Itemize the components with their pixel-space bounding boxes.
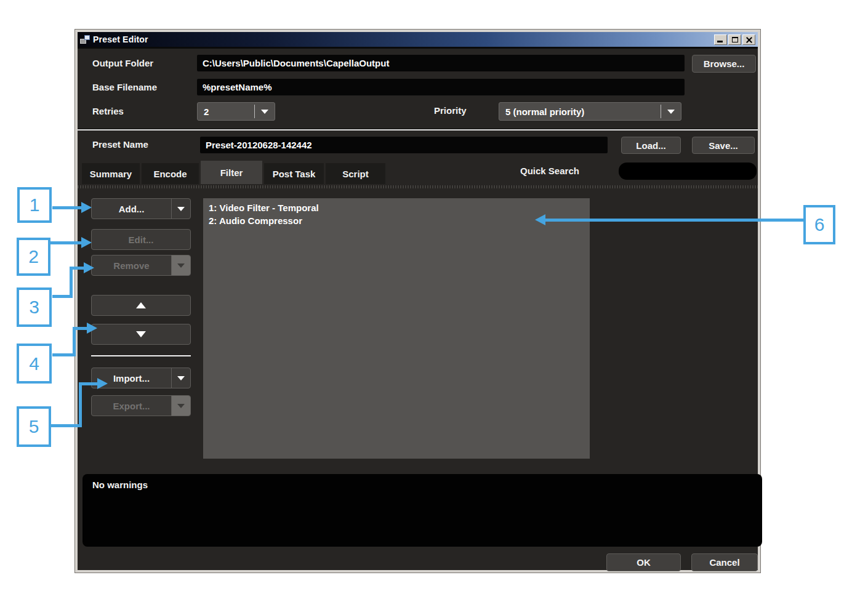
retries-value: 2 — [198, 103, 254, 120]
tab-script[interactable]: Script — [326, 163, 385, 184]
callout-box-4: 4 — [17, 344, 52, 384]
callout-3-arrow — [70, 267, 73, 298]
export-button[interactable]: Export... — [92, 396, 171, 416]
remove-split-button[interactable]: Remove — [91, 255, 191, 276]
retries-dropdown[interactable]: 2 — [197, 102, 275, 121]
window-controls — [714, 34, 755, 45]
save-button[interactable]: Save... — [692, 137, 755, 154]
load-button[interactable]: Load... — [621, 137, 681, 154]
callout-box-6: 6 — [803, 205, 835, 244]
tab-post-task[interactable]: Post Task — [264, 163, 324, 184]
dotted-separator — [78, 185, 758, 188]
retries-dropdown-arrow[interactable] — [255, 103, 275, 120]
callout-box-3: 3 — [17, 287, 52, 327]
chevron-down-icon — [177, 207, 185, 211]
base-filename-label: Base Filename — [92, 82, 157, 92]
close-button[interactable] — [742, 34, 755, 45]
ok-button[interactable]: OK — [606, 553, 681, 571]
callout-box-2: 2 — [17, 238, 50, 276]
window-title: Preset Editor — [93, 34, 148, 44]
base-filename-input[interactable]: %presetName% — [197, 79, 685, 95]
callout-5-arrow — [79, 382, 82, 427]
retries-label: Retries — [92, 106, 124, 116]
tab-encode[interactable]: Encode — [142, 163, 199, 184]
callout-5-arrow — [82, 382, 97, 385]
remove-dropdown-arrow[interactable] — [172, 255, 190, 275]
move-down-button[interactable] — [91, 324, 191, 345]
chevron-down-icon — [261, 110, 268, 114]
add-split-button[interactable]: Add... — [91, 198, 191, 219]
screenshot-canvas: Preset Editor Output Folder C:\Users\Pub… — [0, 0, 868, 607]
output-folder-label: Output Folder — [92, 58, 153, 68]
maximize-icon — [732, 37, 738, 42]
preset-name-input[interactable]: Preset-20120628-142442 — [200, 137, 608, 153]
maximize-button[interactable] — [728, 34, 741, 45]
preset-name-label: Preset Name — [92, 139, 148, 150]
callout-box-5: 5 — [17, 406, 51, 447]
callout-6-arrow — [545, 219, 803, 222]
tab-bar: Summary Encode Filter Post Task Script — [82, 163, 385, 184]
list-item[interactable]: 2: Audio Compressor — [209, 214, 584, 227]
callout-1-arrowhead-icon — [81, 202, 92, 213]
button-column-divider — [91, 355, 191, 356]
chevron-down-icon — [177, 263, 185, 268]
callout-3-arrow — [73, 267, 84, 270]
quick-search-label: Quick Search — [520, 166, 579, 176]
browse-button[interactable]: Browse... — [692, 55, 756, 73]
callout-4-arrowhead-icon — [87, 323, 97, 334]
callout-5-arrow — [51, 424, 82, 427]
callout-5-arrowhead-icon — [97, 378, 108, 389]
callout-4-arrow — [73, 327, 76, 356]
chevron-down-icon — [177, 404, 185, 408]
output-folder-input[interactable]: C:\Users\Public\Documents\CapellaOutput — [197, 55, 685, 71]
app-icon — [80, 35, 90, 44]
priority-label: Priority — [434, 105, 467, 116]
callout-3-arrowhead-icon — [84, 262, 94, 273]
priority-dropdown-arrow[interactable] — [661, 103, 681, 120]
priority-dropdown[interactable]: 5 (normal priority) — [499, 102, 681, 121]
chevron-down-icon — [177, 376, 185, 380]
callout-6-arrowhead-icon — [535, 214, 545, 225]
warnings-panel: No warnings — [82, 474, 762, 547]
minimize-button[interactable] — [714, 34, 727, 45]
import-dropdown-arrow[interactable] — [172, 368, 190, 388]
cancel-button[interactable]: Cancel — [691, 553, 758, 571]
filter-list[interactable]: 1: Video Filter - Temporal 2: Audio Comp… — [203, 198, 590, 459]
tab-filter[interactable]: Filter — [201, 161, 262, 184]
move-up-button[interactable] — [91, 295, 191, 316]
add-button[interactable]: Add... — [92, 199, 171, 219]
horizontal-separator — [78, 129, 758, 131]
list-item[interactable]: 1: Video Filter - Temporal — [209, 201, 584, 214]
export-split-button[interactable]: Export... — [91, 395, 191, 416]
chevron-down-icon — [667, 110, 675, 114]
warnings-text: No warnings — [92, 480, 752, 490]
edit-button[interactable]: Edit... — [91, 229, 191, 250]
up-triangle-icon — [136, 302, 146, 308]
callout-1-arrow — [52, 206, 81, 209]
down-triangle-icon — [136, 331, 146, 337]
preset-editor-window: Preset Editor Output Folder C:\Users\Pub… — [75, 30, 760, 573]
callout-2-arrow — [50, 241, 81, 244]
tab-summary[interactable]: Summary — [82, 163, 140, 184]
callout-4-arrow — [76, 327, 87, 330]
callout-2-arrowhead-icon — [81, 237, 92, 248]
close-icon — [743, 35, 755, 44]
callout-box-1: 1 — [17, 187, 52, 223]
export-dropdown-arrow[interactable] — [172, 396, 190, 416]
quick-search-input[interactable] — [619, 163, 757, 180]
add-dropdown-arrow[interactable] — [172, 199, 190, 219]
remove-button[interactable]: Remove — [92, 255, 171, 275]
priority-value: 5 (normal priority) — [499, 103, 661, 120]
title-bar[interactable]: Preset Editor — [78, 32, 758, 49]
minimize-icon — [717, 41, 723, 42]
